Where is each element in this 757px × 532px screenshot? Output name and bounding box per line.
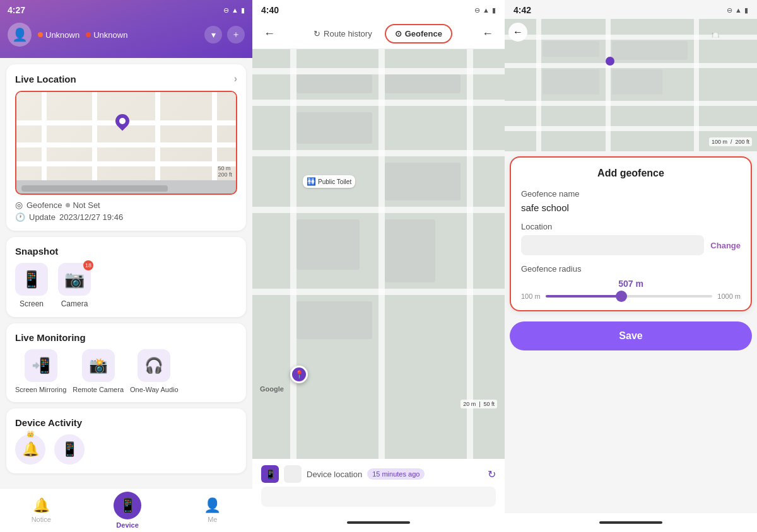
- tab-route-history-label: Route history: [324, 29, 372, 38]
- map-block-7: [296, 301, 372, 339]
- panel3-content: Add geofence Geofence name safe school L…: [505, 151, 757, 513]
- one-way-audio-item[interactable]: 🎧 One-Way Audio: [130, 349, 179, 393]
- remote-camera-icon-wrap: 📸: [82, 349, 115, 382]
- home-bar-2: [252, 513, 505, 532]
- device-activity-title-text: Device Activity: [15, 417, 82, 428]
- change-button[interactable]: Change: [710, 241, 741, 250]
- map-block-5: [296, 219, 360, 270]
- home-bar-3: [505, 513, 757, 532]
- back-button-2[interactable]: ←: [260, 25, 279, 43]
- wifi-icon-3: ▲: [735, 6, 742, 14]
- battery-icon-2: ▮: [492, 6, 496, 14]
- screen-mirroring-label: Screen Mirroring: [15, 386, 66, 393]
- p3-road-h4: [505, 126, 757, 131]
- clock-icon: 🕐: [15, 212, 25, 222]
- snapshot-card: Snapshot 📱 Screen 📷 18 Camera: [6, 237, 246, 317]
- nav-me[interactable]: 👤 Me: [204, 497, 221, 523]
- geofence-map-pin: [606, 57, 614, 66]
- device-icon-wrap: 📱: [114, 492, 141, 519]
- device-icon: 📱: [119, 497, 136, 514]
- snapshot-screen-item[interactable]: 📱 Screen: [15, 263, 48, 308]
- screen-mirroring-item[interactable]: 📲 Screen Mirroring: [15, 349, 66, 393]
- geofence-name-value: safe school: [521, 202, 741, 213]
- location-address-input[interactable]: [521, 235, 704, 255]
- user2-label: Unknown: [93, 30, 127, 40]
- screen-mirroring-icon-wrap: 📲: [25, 349, 57, 382]
- map-block-6: [385, 219, 435, 282]
- route-icon: ↻: [314, 29, 320, 38]
- phone-icon: 📱: [61, 441, 78, 458]
- live-monitoring-card: Live Monitoring 📲 Screen Mirroring 📸 Rem…: [6, 323, 246, 402]
- device-icon-small: 📱: [261, 465, 279, 483]
- time-2: 4:40: [261, 5, 279, 15]
- geofence-name-field: Geofence name safe school: [521, 189, 741, 213]
- p3-road-h1: [505, 35, 757, 40]
- p3-block-4: [612, 69, 662, 95]
- user-icon: 👤: [12, 27, 28, 42]
- user-row: 👤 Unknown Unknown ▾ ＋: [8, 19, 245, 50]
- scale-2: 200 ft: [218, 171, 232, 178]
- map-bg-3: 🍽️ 100 m / 200 ft: [505, 19, 757, 151]
- header-actions: ▾ ＋: [204, 26, 245, 43]
- device-activity-card: Device Activity 🔔 👑 📱: [6, 408, 246, 473]
- wifi-icon-2: ▲: [483, 6, 490, 14]
- da-item-1[interactable]: 🔔 👑: [15, 434, 45, 465]
- snapshot-camera-label: Camera: [61, 299, 88, 308]
- p3-block-3: [543, 69, 599, 95]
- geofence-radius-section: Geofence radius 507 m 100 m 1000 m: [521, 264, 741, 300]
- panel-1: 4:27 ⊖ ▲ ▮ 👤 Unknown Unknown: [0, 0, 252, 532]
- p3-block-2: [612, 41, 688, 60]
- geofence-name-label: Geofence name: [521, 189, 741, 199]
- snapshot-camera-item[interactable]: 📷 18 Camera: [58, 263, 91, 308]
- toilet-poi: 🚻 Public Toilet: [303, 175, 355, 188]
- panel1-header: 4:27 ⊖ ▲ ▮ 👤 Unknown Unknown: [0, 0, 252, 58]
- update-row: 🕐 Update 2023/12/27 19:46: [15, 212, 237, 222]
- panel2-map[interactable]: 📍 🚻 Public Toilet 20 m | 50 ft Google: [252, 49, 505, 459]
- remote-camera-icon: 📸: [89, 357, 108, 374]
- nav-device-label: Device: [116, 521, 138, 529]
- time-ago-badge: 15 minutes ago: [367, 468, 425, 480]
- map-scale-2: 20 m | 50 ft: [461, 400, 497, 408]
- device-pin-inner: 📍: [295, 370, 304, 379]
- location-row: Change: [521, 235, 741, 255]
- one-way-audio-label: One-Way Audio: [130, 386, 179, 393]
- radius-slider[interactable]: [546, 295, 713, 298]
- monitoring-grid: 📲 Screen Mirroring 📸 Remote Camera 🎧 One…: [15, 349, 237, 393]
- notice-icon: 🔔: [33, 497, 50, 514]
- chevron-right-icon: ›: [234, 73, 237, 84]
- save-button[interactable]: Save: [510, 321, 752, 350]
- home-indicator-2: [347, 521, 410, 524]
- map-scale: 50 m 200 ft: [218, 165, 232, 178]
- geofence-status: Not Set: [66, 200, 100, 210]
- home-indicator-3: [599, 521, 662, 524]
- tab-geofence[interactable]: ⊙ Geofence: [385, 24, 452, 43]
- location-address-bar: [261, 487, 496, 507]
- time-1: 4:27: [8, 5, 25, 15]
- back-button-3[interactable]: ←: [508, 23, 527, 42]
- back-button-2b[interactable]: ←: [478, 25, 497, 43]
- nav-notice[interactable]: 🔔 Notice: [32, 497, 51, 523]
- refresh-button[interactable]: ↻: [488, 468, 496, 480]
- add-geofence-card: Add geofence Geofence name safe school L…: [510, 156, 752, 311]
- geofence-radius-value: 507 m: [521, 279, 741, 289]
- dropdown-btn[interactable]: ▾: [204, 26, 222, 43]
- p3-road-h3: [505, 101, 757, 106]
- restaurant-pin: 🍽️: [712, 32, 719, 38]
- da-item-2[interactable]: 📱: [54, 434, 85, 465]
- snapshot-badge: 18: [83, 260, 93, 270]
- device-activity-grid: 🔔 👑 📱: [15, 434, 237, 465]
- location-field: Location Change: [521, 222, 741, 255]
- add-btn[interactable]: ＋: [227, 26, 245, 43]
- update-label: Update: [29, 212, 56, 222]
- status-bar-2: 4:40 ⊖ ▲ ▮: [252, 0, 505, 19]
- snapshot-screen-icon-wrap: 📱: [15, 263, 48, 296]
- scale-3a: 100 m: [712, 139, 727, 145]
- map-scale-3: 100 m / 200 ft: [709, 137, 752, 146]
- map-road-v2: [92, 92, 97, 180]
- tab-route-history[interactable]: ↻ Route history: [305, 24, 381, 43]
- live-map[interactable]: 50 m 200 ft: [15, 91, 237, 195]
- remote-camera-item[interactable]: 📸 Remote Camera: [73, 349, 124, 393]
- status-bar-1: 4:27 ⊖ ▲ ▮: [8, 0, 245, 19]
- nav-device[interactable]: 📱 Device: [114, 492, 141, 529]
- dot-orange: [38, 32, 43, 37]
